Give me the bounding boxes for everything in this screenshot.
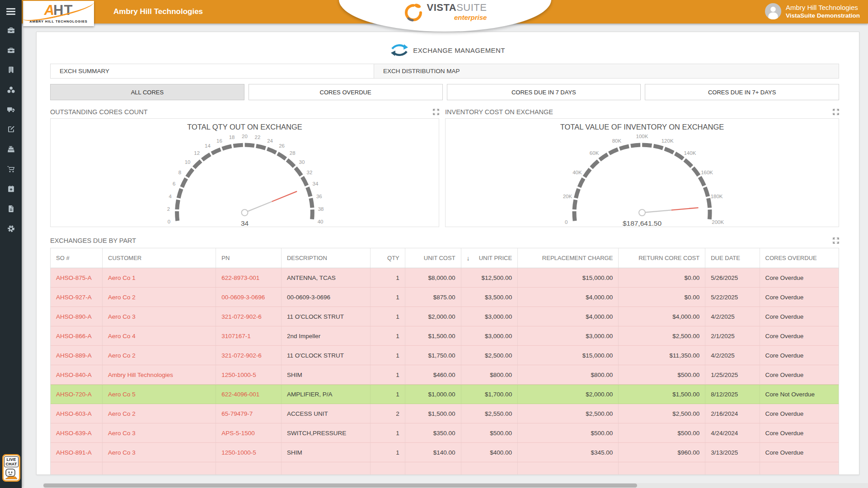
column-header-description[interactable]: DESCRIPTION [282, 248, 371, 268]
sidebar-item-cash-register[interactable] [5, 144, 17, 155]
filter-button-all-cores[interactable]: ALL CORES [50, 84, 244, 100]
cell-replacement_charge: $2,500.00 [518, 404, 619, 423]
cell-cores_overdue: Core Overdue [760, 443, 839, 462]
table-row[interactable]: AHSO-840-AAmbry Hill Technologies1250-10… [51, 365, 839, 385]
scrollbar-thumb[interactable] [43, 483, 637, 488]
column-header-replacement_charge[interactable]: REPLACEMENT CHARGE [518, 248, 619, 268]
column-header-qty[interactable]: QTY [371, 248, 405, 268]
column-header-label: QTY [387, 255, 399, 261]
expand-icon[interactable] [833, 109, 839, 115]
brand-edition: enterprise [427, 13, 487, 23]
cell-cores_overdue: Core Not Overdue [760, 385, 839, 404]
cell-unit_price: $3,500.00 [461, 288, 518, 307]
cell-return_core_cost: $2,500.00 [619, 326, 705, 345]
sidebar-item-cubes[interactable] [5, 84, 17, 95]
svg-text:24: 24 [267, 138, 273, 144]
sidebar-item-cart[interactable] [5, 164, 17, 175]
filter-button-cores-due-in-7-days[interactable]: CORES DUE IN 7 DAYS [447, 84, 641, 100]
top-header-bar: AHT AMBRY HILL TECHNOLOGIES Ambry Hill T… [22, 0, 868, 23]
filter-button-cores-overdue[interactable]: CORES OVERDUE [249, 84, 443, 100]
sidebar-item-toolbox[interactable] [5, 45, 17, 56]
cell-due_date: 3/13/2025 [705, 443, 760, 462]
column-header-label: DESCRIPTION [287, 255, 327, 261]
svg-text:30: 30 [299, 159, 305, 165]
table-row[interactable]: AHSO-720-AAero Co 5622-4096-001AMPLIFIER… [51, 385, 839, 404]
svg-text:28: 28 [290, 150, 296, 156]
column-header-label: UNIT COST [424, 255, 455, 261]
cell-description: ACCESS UNIT [282, 404, 371, 423]
column-header-cores_overdue[interactable]: CORES OVERDUE [760, 248, 839, 268]
cell-qty: 1 [371, 385, 405, 404]
expand-icon[interactable] [433, 109, 439, 115]
table-row-partial[interactable] [51, 462, 839, 475]
cell-replacement_charge: $800.00 [518, 365, 619, 384]
tab-exch-distribution-map[interactable]: EXCH DISTRIBUTION MAP [374, 64, 839, 78]
table-row[interactable]: AHSO-889-AAero Co 2321-072-902-611 O'CLO… [51, 346, 839, 365]
table-row[interactable]: AHSO-639-AAero Co 3APS-5-1500SWITCH,PRES… [51, 423, 839, 443]
tab-exch-summary[interactable]: EXCH SUMMARY [51, 64, 374, 78]
cell-pn: 65-79479-7 [216, 404, 282, 423]
cell-due_date [705, 462, 760, 475]
cell-unit_price: $500.00 [461, 423, 518, 442]
svg-text:34: 34 [313, 181, 319, 186]
table-row[interactable]: AHSO-891-AAero Co 31250-1000-5SHIM1$140.… [51, 443, 839, 462]
sidebar-item-document[interactable] [5, 204, 17, 214]
person-icon [765, 3, 781, 19]
sidebar-item-calendar-plus[interactable] [5, 184, 17, 195]
sort-descending-icon: ↓ [467, 255, 470, 262]
menu-toggle-icon[interactable] [6, 8, 15, 15]
cell-unit_price: $3,000.00 [461, 307, 518, 326]
svg-text:180K: 180K [711, 194, 723, 199]
cell-qty: 1 [371, 288, 405, 307]
filter-button-cores-due-in-7-days[interactable]: CORES DUE IN 7+ DAYS [645, 84, 839, 100]
column-header-return_core_cost[interactable]: RETURN CORE COST [619, 248, 705, 268]
cell-so: AHSO-875-A [51, 268, 103, 287]
sidebar-item-briefcase[interactable] [5, 25, 17, 36]
cell-pn: 1250-1000-5 [216, 365, 282, 384]
cell-so: AHSO-720-A [51, 385, 103, 404]
live-chat-button[interactable]: LIVE CHAT [2, 454, 20, 482]
cell-due_date: 2/16/2024 [705, 404, 760, 423]
toolbox-icon [7, 46, 15, 54]
cell-return_core_cost [619, 462, 705, 475]
table-row[interactable]: AHSO-890-AAero Co 3321-072-902-611 O'CLO… [51, 307, 839, 326]
cell-unit_cost: $1,500.00 [405, 326, 461, 345]
cell-cores_overdue: Core Overdue [760, 307, 839, 326]
cell-customer: Aero Co 2 [103, 404, 216, 423]
cell-unit_cost: $8,000.00 [405, 268, 461, 287]
cell-customer: Aero Co 4 [103, 326, 216, 345]
cell-unit_price: $2,500.00 [461, 346, 518, 365]
cell-unit_cost: $875.00 [405, 288, 461, 307]
column-header-so[interactable]: SO # [51, 248, 103, 268]
cell-due_date: 8/12/2025 [705, 385, 760, 404]
user-menu[interactable]: Ambry Hill Technologies VistaSuite Demon… [765, 3, 860, 19]
svg-text:32: 32 [307, 170, 313, 175]
column-header-unit_cost[interactable]: UNIT COST [405, 248, 461, 268]
column-header-label: SO # [56, 255, 70, 261]
cell-cores_overdue: Core Overdue [760, 404, 839, 423]
svg-text:10: 10 [185, 159, 191, 165]
table-row[interactable]: AHSO-875-AAero Co 1622-8973-001ANTENNA, … [51, 268, 839, 288]
sidebar-item-truck[interactable] [5, 104, 17, 115]
cell-description: SWITCH,PRESSURE [282, 423, 371, 442]
svg-text:34: 34 [241, 219, 249, 227]
table-row[interactable]: AHSO-927-AAero Co 200-0609-3-069600-0609… [51, 288, 839, 307]
cell-so: AHSO-891-A [51, 443, 103, 462]
calendar-plus-icon [7, 185, 15, 193]
sidebar-item-gear[interactable] [5, 223, 17, 234]
cell-pn: APS-5-1500 [216, 423, 282, 442]
sidebar-item-edit[interactable] [5, 124, 17, 135]
column-header-pn[interactable]: PN [216, 248, 282, 268]
table-row[interactable]: AHSO-866-AAero Co 43107167-12nd Impeller… [51, 326, 839, 346]
cell-unit_price: $400.00 [461, 443, 518, 462]
column-header-unit_price[interactable]: ↓UNIT PRICE [461, 248, 518, 268]
cell-pn: 321-072-902-6 [216, 307, 282, 326]
column-header-customer[interactable]: CUSTOMER [103, 248, 216, 268]
company-logo[interactable]: AHT AMBRY HILL TECHNOLOGIES [23, 1, 94, 26]
sidebar-item-building[interactable] [5, 65, 17, 75]
svg-text:40: 40 [318, 219, 324, 224]
cell-customer: Aero Co 3 [103, 443, 216, 462]
table-row[interactable]: AHSO-603-AAero Co 265-79479-7ACCESS UNIT… [51, 404, 839, 423]
expand-icon[interactable] [833, 237, 839, 244]
column-header-due_date[interactable]: DUE DATE [705, 248, 760, 268]
